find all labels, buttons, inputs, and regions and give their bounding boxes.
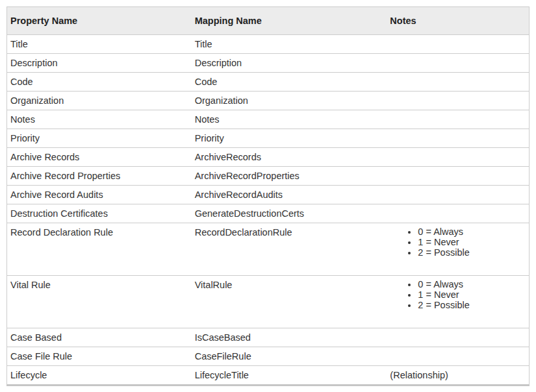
table-row: Destruction Certificates GenerateDestruc… [7, 204, 530, 223]
property-name-cell: Record Declaration Rule [7, 223, 192, 276]
mapping-name-cell: ArchiveRecordProperties [192, 167, 387, 186]
notes-bullet-item: 0 = Always [418, 279, 526, 289]
property-name-cell: Lifecycle [7, 366, 192, 386]
notes-cell [387, 35, 529, 54]
property-name-cell: Archive Records [7, 148, 192, 167]
notes-cell: 0 = Always1 = Never2 = Possible [387, 223, 529, 276]
table-row: Vital Rule VitalRule 0 = Always1 = Never… [7, 276, 530, 328]
property-name-cell: Priority [7, 129, 192, 148]
property-name-cell: Archive Record Audits [7, 186, 192, 204]
notes-bullet-list: 0 = Always1 = Never2 = Possible [390, 227, 526, 258]
mapping-name-cell: Organization [192, 92, 387, 110]
notes-cell [387, 54, 529, 73]
notes-cell [387, 204, 529, 223]
notes-cell: 0 = Always1 = Never2 = Possible [387, 276, 529, 328]
notes-bullet-list: 0 = Always1 = Never2 = Possible [390, 279, 526, 310]
column-header-notes: Notes [387, 7, 529, 35]
notes-cell [387, 347, 529, 366]
notes-cell [387, 110, 529, 129]
notes-cell [387, 167, 529, 186]
notes-cell [387, 129, 529, 148]
table-row: Archive Records ArchiveRecords [7, 148, 530, 167]
mapping-name-cell: Priority [192, 129, 387, 148]
table-row: Lifecycle LifecycleTitle (Relationship) [7, 366, 530, 386]
mapping-name-cell: Description [192, 54, 387, 73]
mapping-name-cell: GenerateDestructionCerts [192, 204, 387, 223]
notes-bullet-item: 2 = Possible [418, 300, 526, 310]
mapping-name-cell: CaseFileRule [192, 347, 387, 366]
notes-bullet-item: 2 = Possible [418, 247, 526, 258]
mapping-name-cell: ArchiveRecords [192, 148, 387, 167]
property-name-cell: Notes [7, 110, 192, 129]
mapping-name-cell: VitalRule [192, 276, 387, 328]
mapping-name-cell: Notes [192, 110, 387, 129]
notes-cell [387, 92, 529, 110]
mapping-name-cell: LifecycleTitle [192, 366, 387, 386]
table-row: Archive Record Audits ArchiveRecordAudit… [7, 186, 530, 204]
table-row: Title Title [7, 35, 530, 54]
table-body: Title Title Description Description Code… [7, 35, 530, 386]
property-name-cell: Code [7, 73, 192, 92]
property-name-cell: Case File Rule [7, 347, 192, 366]
table-row: Case File Rule CaseFileRule [7, 347, 530, 366]
notes-bullet-item: 0 = Always [418, 227, 526, 237]
notes-cell [387, 328, 529, 347]
property-name-cell: Destruction Certificates [7, 204, 192, 223]
property-name-cell: Archive Record Properties [7, 167, 192, 186]
mapping-name-cell: RecordDeclarationRule [192, 223, 387, 276]
notes-cell [387, 186, 529, 204]
notes-cell: (Relationship) [387, 366, 529, 386]
header-row: Property Name Mapping Name Notes [7, 7, 530, 35]
property-name-cell: Description [7, 54, 192, 73]
table-row: Record Declaration Rule RecordDeclaratio… [7, 223, 530, 276]
notes-cell [387, 73, 529, 92]
mapping-name-cell: IsCaseBased [192, 328, 387, 347]
table-row: Archive Record Properties ArchiveRecordP… [7, 167, 530, 186]
mapping-name-cell: Title [192, 35, 387, 54]
property-name-cell: Case Based [7, 328, 192, 347]
table-row: Notes Notes [7, 110, 530, 129]
column-header-mapping-name: Mapping Name [192, 7, 387, 35]
notes-bullet-item: 1 = Never [418, 289, 526, 300]
notes-cell [387, 148, 529, 167]
page: Property Name Mapping Name Notes Title T… [6, 6, 530, 386]
table-row: Organization Organization [7, 92, 530, 110]
table-row: Code Code [7, 73, 530, 92]
table-row: Description Description [7, 54, 530, 73]
property-name-cell: Vital Rule [7, 276, 192, 328]
table-header: Property Name Mapping Name Notes [7, 7, 530, 35]
mapping-name-cell: ArchiveRecordAudits [192, 186, 387, 204]
column-header-property-name: Property Name [7, 7, 192, 35]
table-row: Priority Priority [7, 129, 530, 148]
mapping-name-cell: Code [192, 73, 387, 92]
property-name-cell: Title [7, 35, 192, 54]
table-row: Case Based IsCaseBased [7, 328, 530, 347]
notes-bullet-item: 1 = Never [418, 237, 526, 247]
property-name-cell: Organization [7, 92, 192, 110]
property-mapping-table: Property Name Mapping Name Notes Title T… [6, 6, 530, 386]
